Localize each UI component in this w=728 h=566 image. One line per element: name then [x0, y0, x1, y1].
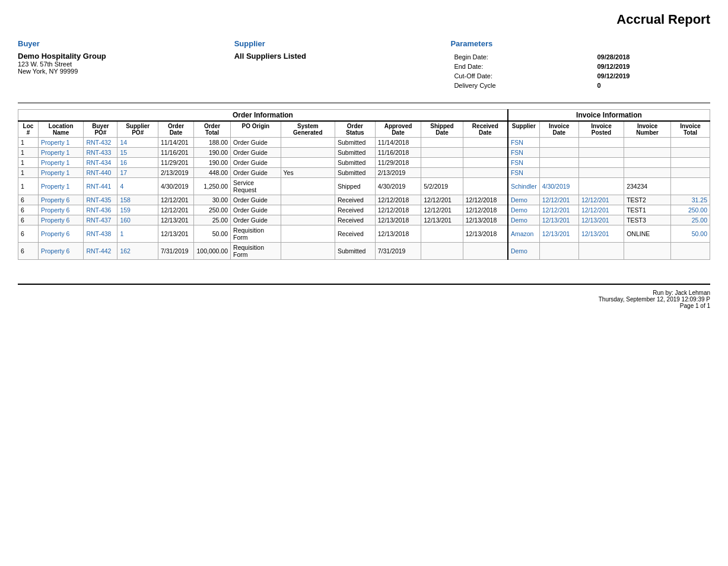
- parameters-block: Parameters Begin Date: 09/28/2018 End Da…: [450, 39, 710, 91]
- table-row: 1Property 1RNT-44144/30/20191,250.00Serv…: [18, 178, 710, 195]
- col-sys-gen: System Generated: [281, 121, 335, 138]
- supplier-value: All Suppliers Listed: [234, 52, 451, 61]
- buyer-block: Buyer Demo Hospitality Group 123 W. 57th…: [18, 39, 234, 91]
- col-buyer-po: Buyer PO#: [84, 121, 117, 138]
- table-row: 1Property 1RNT-440172/13/2019448.00Order…: [18, 168, 710, 178]
- header-section: Buyer Demo Hospitality Group 123 W. 57th…: [18, 39, 710, 91]
- buyer-section-title: Buyer: [18, 39, 234, 48]
- report-title: Accrual Report: [18, 12, 710, 27]
- col-shipped-date: Shipped Date: [421, 121, 463, 138]
- cutoff-date-label: Cut-Off Date:: [452, 72, 593, 80]
- table-row: 6Property 6RNT-43716012/13/20125.00Order…: [18, 215, 710, 225]
- end-date-label: End Date:: [452, 62, 593, 71]
- delivery-cycle-value: 0: [595, 81, 709, 90]
- header-divider: [18, 103, 710, 103]
- buyer-address2: New York, NY 99999: [18, 68, 234, 75]
- col-order-status: Order Status: [335, 121, 376, 138]
- supplier-section-title: Supplier: [234, 39, 451, 48]
- col-invoice-number: Invoice Number: [624, 121, 671, 138]
- begin-date-value: 09/28/2018: [595, 53, 709, 61]
- main-table: Order Information Invoice Information Lo…: [18, 109, 710, 260]
- footer-datetime: Thursday, September 12, 2019 12:09:39 P: [18, 296, 710, 303]
- cutoff-date-value: 09/12/2019: [595, 72, 709, 80]
- col-loc: Loc #: [18, 121, 39, 138]
- col-order-total: Order Total: [193, 121, 230, 138]
- delivery-cycle-label: Delivery Cycle: [452, 81, 593, 90]
- buyer-address1: 123 W. 57th Street: [18, 61, 234, 68]
- table-row: 1Property 1RNT-4321411/14/201188.00Order…: [18, 138, 710, 148]
- order-info-group-header: Order Information: [18, 110, 508, 122]
- col-invoice-total: Invoice Total: [671, 121, 710, 138]
- table-row: 1Property 1RNT-4331511/16/201190.00Order…: [18, 148, 710, 158]
- col-supplier: Supplier: [508, 121, 539, 138]
- col-order-date: Order Date: [158, 121, 194, 138]
- col-invoice-date: Invoice Date: [539, 121, 578, 138]
- col-po-origin: PO Origin: [231, 121, 281, 138]
- col-received-date: Received Date: [463, 121, 508, 138]
- col-supplier-po: Supplier PO#: [117, 121, 158, 138]
- table-row: 1Property 1RNT-4341611/29/201190.00Order…: [18, 158, 710, 168]
- table-row: 6Property 6RNT-4421627/31/2019100,000.00…: [18, 243, 710, 260]
- footer: Run by: Jack Lehman Thursday, September …: [18, 284, 710, 309]
- footer-run-by: Run by: Jack Lehman: [18, 290, 710, 296]
- col-invoice-posted: Invoice Posted: [578, 121, 624, 138]
- col-approved-date: Approved Date: [375, 121, 421, 138]
- supplier-block: Supplier All Suppliers Listed: [234, 39, 451, 91]
- table-row: 6Property 6RNT-43615912/12/201250.00Orde…: [18, 205, 710, 215]
- parameters-section-title: Parameters: [450, 39, 710, 48]
- end-date-value: 09/12/2019: [595, 62, 709, 71]
- footer-page: Page 1 of 1: [18, 303, 710, 309]
- parameters-table: Begin Date: 09/28/2018 End Date: 09/12/2…: [450, 52, 710, 91]
- col-location-name: Location Name: [38, 121, 83, 138]
- buyer-company-name: Demo Hospitality Group: [18, 52, 234, 61]
- begin-date-label: Begin Date:: [452, 53, 593, 61]
- table-row: 6Property 6RNT-438112/13/20150.00Requisi…: [18, 225, 710, 243]
- invoice-info-group-header: Invoice Information: [508, 110, 710, 122]
- table-row: 6Property 6RNT-43515812/12/20130.00Order…: [18, 195, 710, 205]
